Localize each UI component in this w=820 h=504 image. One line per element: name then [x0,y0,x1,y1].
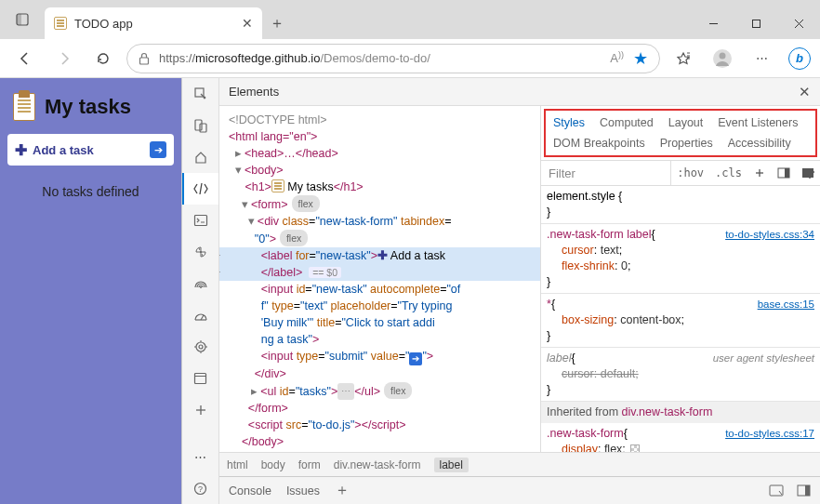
svg-point-16 [200,251,202,253]
crumb-label[interactable]: label [434,458,469,472]
svg-point-21 [199,345,203,349]
styles-pane: Styles Computed Layout Event Listeners D… [540,106,820,452]
styles-tabs-highlight: Styles Computed Layout Event Listeners D… [544,109,817,157]
styles-filter-input[interactable]: Filter [541,161,671,185]
panel-title: Elements [229,85,279,99]
read-aloud-icon[interactable]: A)) [610,50,624,65]
svg-rect-36 [802,168,813,178]
more-tools-icon[interactable]: ⋯ [182,441,218,472]
browser-toolbar: https://microsoftedge.github.io/Demos/de… [0,39,820,78]
empty-state: No tasks defined [7,184,174,199]
browser-titlebar: TODO app ✕ ＋ [0,0,820,39]
window-maximize-button[interactable] [734,7,777,39]
add-task-label: Add a task [33,143,94,157]
flex-swatch-icon[interactable] [630,444,640,452]
submit-task-button[interactable]: ➔ [150,141,166,158]
crumb-html[interactable]: html [227,458,248,471]
bing-chat-icon[interactable]: b [788,47,811,70]
tab-favicon-icon [54,17,67,30]
elements-icon[interactable] [182,173,218,205]
tab-accessibility[interactable]: Accessibility [728,137,791,150]
window-close-button[interactable] [777,7,820,39]
svg-rect-6 [140,58,149,64]
css-rules[interactable]: element.style { } .new-task-form label {… [541,186,820,452]
svg-rect-1 [17,14,21,25]
inspect-icon[interactable] [182,78,218,110]
new-rule-icon[interactable] [747,161,772,185]
webpage: My tasks ✚Add a task ➔ No tasks defined [0,78,181,504]
lock-icon[interactable] [139,52,150,65]
welcome-icon[interactable] [182,141,218,173]
svg-text:?: ? [198,484,203,494]
memory-icon[interactable] [182,331,218,363]
drawer-issues[interactable]: Issues [286,484,320,497]
plus-icon: ✚ [15,141,27,159]
drawer-add-icon[interactable]: ＋ [335,481,350,500]
tab-close-icon[interactable]: ✕ [242,16,253,31]
devtools-drawer: Console Issues ＋ [219,476,820,504]
profile-icon[interactable] [707,44,738,73]
refresh-button[interactable] [87,44,119,73]
new-tab-button[interactable]: ＋ [262,7,292,39]
devtools-panel-header: Elements ✕ [219,78,820,106]
styles-filter-bar: Filter :hov .cls [541,160,820,186]
svg-point-20 [196,342,205,351]
help-icon[interactable]: ? [182,472,218,504]
clipboard-icon [13,93,35,121]
devtools: ⋯ ? Elements ✕ <!DOCTYPE html> <html lan… [181,78,820,504]
tab-dom-breakpoints[interactable]: DOM Breakpoints [553,137,645,150]
svg-point-11 [720,52,726,59]
device-icon[interactable] [182,110,218,141]
add-tool-icon[interactable] [182,394,218,426]
tab-event-listeners[interactable]: Event Listeners [718,116,798,129]
back-button[interactable] [9,44,41,73]
crumb-div[interactable]: div.new-task-form [334,458,421,471]
performance-icon[interactable] [182,299,218,331]
tab-actions-icon[interactable] [0,0,45,39]
svg-rect-40 [805,485,810,496]
menu-icon[interactable]: ⋯ [746,44,777,73]
favorite-icon[interactable]: ★ [633,48,648,69]
tab-styles[interactable]: Styles [553,116,585,129]
computed-sidebar-icon[interactable] [772,161,796,185]
svg-rect-14 [200,124,206,132]
svg-rect-3 [752,20,760,27]
drawer-issues-icon[interactable] [769,484,784,497]
drawer-console[interactable]: Console [229,484,271,497]
crumb-form[interactable]: form [298,458,321,471]
dom-tree[interactable]: <!DOCTYPE html> <html lang="en"> ▸<head>… [219,106,540,452]
application-icon[interactable] [182,363,218,394]
favorites-icon[interactable] [668,44,699,73]
rendering-icon[interactable] [796,161,820,185]
cls-button[interactable]: .cls [709,161,747,185]
svg-rect-13 [195,120,202,130]
sources-icon[interactable] [182,236,218,268]
window-minimize-button[interactable] [692,7,734,39]
forward-button [48,44,80,73]
tab-properties[interactable]: Properties [660,137,713,150]
drawer-settings-icon[interactable] [797,484,811,497]
tab-computed[interactable]: Computed [600,116,654,129]
svg-rect-15 [194,216,206,226]
tab-title: TODO app [74,17,234,31]
svg-line-18 [201,315,204,320]
crumb-body[interactable]: body [261,458,285,471]
svg-rect-35 [785,168,789,178]
page-title: My tasks [45,95,131,119]
add-task-bar[interactable]: ✚Add a task ➔ [7,134,174,166]
address-bar[interactable]: https://microsoftedge.github.io/Demos/de… [126,44,660,73]
console-icon[interactable] [182,205,218,236]
svg-point-17 [200,286,202,288]
url-text: https://microsoftedge.github.io/Demos/de… [159,51,430,65]
devtools-activity-bar: ⋯ ? [182,78,219,504]
breadcrumbs[interactable]: html body form div.new-task-form label [219,452,820,476]
network-icon[interactable] [182,268,218,299]
hov-button[interactable]: :hov [671,161,709,185]
browser-tab[interactable]: TODO app ✕ [45,7,262,39]
devtools-close-icon[interactable]: ✕ [799,84,811,100]
svg-rect-26 [195,374,206,384]
tab-layout[interactable]: Layout [668,116,704,129]
